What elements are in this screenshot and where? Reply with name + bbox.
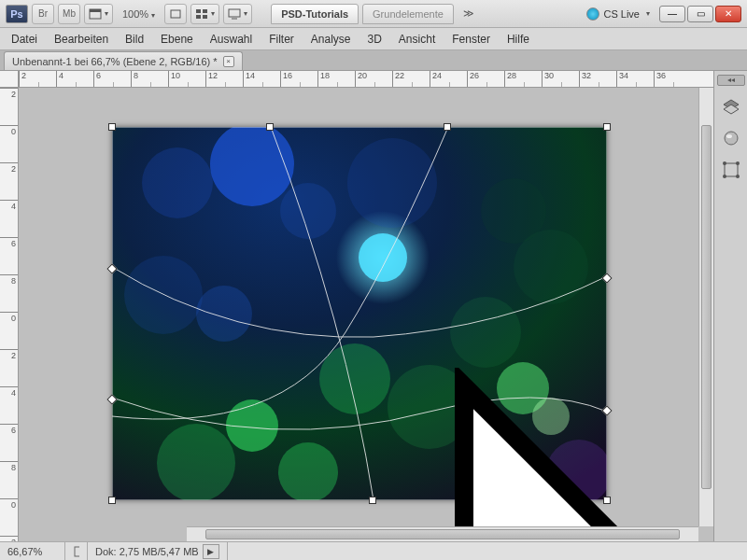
document-tab-title: Unbenannt-1 bei 66,7% (Ebene 2, RGB/16) …	[12, 56, 218, 67]
document-tab-bar: Unbenannt-1 bei 66,7% (Ebene 2, RGB/16) …	[0, 50, 747, 71]
close-button[interactable]: ✕	[715, 6, 741, 22]
vertical-ruler[interactable]: 2 0 2 4 6 8 0 2 4 6 8 0 2	[0, 88, 19, 541]
svg-rect-37	[75, 547, 79, 556]
menu-ebene[interactable]: Ebene	[153, 30, 201, 49]
ruler-origin[interactable]	[0, 71, 19, 88]
zoom-level-dropdown[interactable]: 100%	[117, 8, 161, 20]
horizontal-scrollbar[interactable]	[187, 526, 698, 541]
warp-handle[interactable]	[603, 497, 611, 504]
scrollbar-thumb[interactable]	[701, 125, 712, 489]
menu-ansicht[interactable]: Ansicht	[391, 30, 443, 49]
workspace-tab-grundelemente[interactable]: Grundelemente	[362, 4, 454, 24]
ruler-tick: 0	[0, 125, 18, 162]
status-zoom[interactable]: 66,67%	[0, 542, 65, 560]
warp-handle[interactable]	[603, 123, 611, 131]
ruler-tick: 2	[19, 71, 56, 88]
vertical-scrollbar[interactable]	[698, 88, 713, 526]
ruler-tick: 32	[579, 71, 616, 88]
maximize-button[interactable]: ▭	[687, 6, 713, 22]
view-extras-dropdown[interactable]	[84, 4, 113, 24]
svg-point-27	[481, 178, 546, 244]
ruler-tick: 6	[93, 71, 131, 88]
workspace: 2 4 6 8 10 12 14 16 18 20 22 24 26 28 30…	[0, 71, 747, 541]
menu-bild[interactable]: Bild	[118, 30, 151, 49]
menu-filter[interactable]: Filter	[261, 30, 302, 49]
ruler-tick: 4	[0, 386, 18, 424]
canvas-viewport[interactable]	[19, 88, 713, 541]
warp-handle[interactable]	[108, 497, 116, 504]
workspace-tab-psd-tutorials[interactable]: PSD-Tutorials	[271, 4, 359, 24]
ruler-tick: 6	[0, 237, 18, 274]
status-info-icon[interactable]	[65, 542, 88, 560]
warp-handle[interactable]	[108, 123, 116, 131]
menu-hilfe[interactable]: Hilfe	[500, 30, 537, 49]
app-logo-icon: Ps	[6, 5, 28, 23]
svg-rect-3	[196, 9, 201, 13]
status-doc-info-text: Dok: 2,75 MB/5,47 MB	[95, 546, 199, 557]
status-bar: 66,67% Dok: 2,75 MB/5,47 MB ▶	[0, 541, 747, 560]
menu-bearbeiten[interactable]: Bearbeiten	[47, 30, 116, 49]
workspace-more-button[interactable]: ≫	[458, 7, 480, 20]
menu-3d[interactable]: 3D	[360, 30, 389, 49]
ruler-tick: 28	[504, 71, 542, 88]
bridge-button[interactable]: Br	[32, 4, 54, 24]
ruler-tick: 30	[542, 71, 579, 88]
svg-rect-5	[196, 15, 201, 19]
cs-live-label: CS Live	[603, 8, 640, 20]
ruler-tick: 2	[0, 88, 18, 125]
ruler-tick: 4	[56, 71, 93, 88]
svg-point-36	[736, 175, 740, 178]
bokeh-image	[112, 127, 607, 500]
ruler-tick: 10	[168, 71, 205, 88]
ruler-tick: 18	[317, 71, 355, 88]
ruler-tick: 0	[0, 312, 18, 349]
menu-auswahl[interactable]: Auswahl	[203, 30, 260, 49]
screen-mode-dropdown[interactable]	[223, 4, 252, 24]
ruler-tick: 14	[243, 71, 280, 88]
minibridge-button[interactable]: Mb	[58, 4, 80, 24]
document-tab-close-button[interactable]: ×	[223, 56, 234, 67]
ruler-tick: 4	[0, 200, 18, 237]
puppet-warp-panel-icon[interactable]	[720, 159, 742, 181]
ruler-tick: 20	[355, 71, 392, 88]
ruler-tick: 2	[0, 162, 18, 200]
menu-datei[interactable]: Datei	[4, 30, 45, 49]
warp-handle[interactable]	[369, 497, 376, 504]
scrollbar-thumb[interactable]	[205, 529, 680, 539]
svg-point-23	[450, 297, 521, 368]
hand-tool-button[interactable]	[164, 4, 187, 24]
application-toolbar: Ps Br Mb 100% PSD-Tutorials Grundelement…	[0, 0, 747, 28]
window-controls: — ▭ ✕	[659, 6, 741, 22]
filmstrip-icon	[89, 8, 102, 20]
horizontal-ruler[interactable]: 2 4 6 8 10 12 14 16 18 20 22 24 26 28 30…	[19, 71, 713, 88]
arrange-documents-dropdown[interactable]	[190, 4, 219, 24]
ruler-tick: 26	[467, 71, 504, 88]
svg-point-10	[142, 147, 213, 218]
svg-point-25	[532, 398, 570, 435]
svg-point-21	[278, 442, 338, 500]
svg-rect-6	[203, 15, 207, 19]
document-canvas[interactable]	[112, 127, 607, 500]
warp-handle[interactable]	[266, 123, 274, 131]
3d-panel-icon[interactable]	[720, 127, 742, 149]
svg-rect-1	[90, 9, 101, 12]
svg-rect-7	[229, 9, 240, 17]
menu-fenster[interactable]: Fenster	[444, 30, 498, 49]
warp-handle[interactable]	[444, 123, 451, 131]
status-info-menu-button[interactable]: ▶	[203, 544, 219, 559]
ruler-tick: 16	[280, 71, 317, 88]
status-doc-info[interactable]: Dok: 2,75 MB/5,47 MB ▶	[88, 542, 228, 560]
minimize-button[interactable]: —	[659, 6, 685, 22]
ruler-tick: 0	[0, 498, 18, 536]
grid-icon	[195, 8, 208, 20]
screen-icon	[228, 8, 241, 20]
document-tab[interactable]: Unbenannt-1 bei 66,7% (Ebene 2, RGB/16) …	[4, 51, 243, 70]
cs-live-icon	[586, 7, 599, 21]
layers-panel-icon[interactable]	[720, 95, 742, 118]
cs-live-dropdown[interactable]: CS Live	[586, 7, 650, 21]
svg-rect-32	[725, 163, 738, 176]
ruler-tick: 34	[616, 71, 654, 88]
svg-point-30	[725, 132, 738, 145]
dock-collapse-button[interactable]: ◂◂	[717, 75, 745, 86]
menu-analyse[interactable]: Analyse	[303, 30, 359, 49]
